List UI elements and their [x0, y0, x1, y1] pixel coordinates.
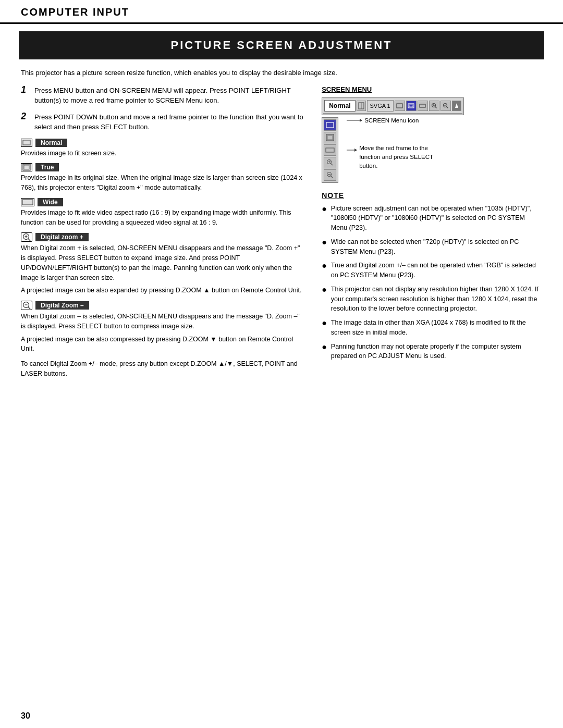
menu-icon-4 [429, 101, 439, 111]
true-name: True [35, 163, 59, 171]
function-normal: Normal Provides image to fit screen size… [21, 139, 306, 158]
normal-icon [21, 139, 32, 147]
svg-rect-28 [326, 148, 334, 152]
menu-icon-5 [440, 101, 451, 111]
bullet-5: ● [322, 318, 327, 328]
screen-menu-title: SCREEN MENU [322, 85, 542, 93]
screen-menu-bar: Normal SVGA 1 [323, 99, 462, 114]
menu-svga-cell: SVGA 1 [367, 100, 394, 112]
note-text-6: Panning function may not operate properl… [331, 342, 542, 362]
note-text-3: True and Digital zoom +/– can not be ope… [331, 261, 542, 280]
function-wide: Wide Provides image to fit wide video as… [21, 198, 306, 228]
true-icon [21, 163, 32, 171]
step-1: 1 Press MENU button and ON-SCREEN MENU w… [21, 85, 306, 106]
page: COMPUTER INPUT PICTURE SCREEN ADJUSTMENT… [0, 0, 563, 728]
function-normal-label: Normal [21, 139, 306, 147]
dzoom-plus-name: Digital zoom + [35, 233, 89, 241]
menu-svga-label: SVGA 1 [370, 103, 390, 109]
right-column: SCREEN MENU Normal [322, 85, 542, 366]
wide-icon [21, 198, 34, 206]
note-item-3: ● True and Digital zoom +/– can not be o… [322, 261, 542, 280]
menu-bar-container: Normal SVGA 1 [322, 97, 463, 115]
side-icon-panel [322, 117, 338, 183]
note-item-1: ● Picture screen adjustment can not be o… [322, 204, 542, 233]
screen-menu-icon-row: SCREEN Menu icon Move the red frame to t… [322, 115, 542, 183]
dzoom-plus-desc1: When Digital zoom + is selected, ON-SCRE… [21, 243, 306, 282]
svg-rect-27 [327, 135, 333, 140]
svg-rect-3 [22, 200, 33, 205]
step-2-text: Press POINT DOWN button and move a red f… [34, 112, 306, 132]
svg-rect-25 [326, 122, 334, 128]
normal-name: Normal [35, 139, 67, 147]
main-content: This projector has a picture screen resi… [0, 59, 563, 382]
wide-desc: Provides image to fit wide video aspect … [21, 208, 306, 228]
svg-line-18 [435, 107, 436, 108]
bullet-2: ● [322, 237, 327, 247]
cancel-text: To cancel Digital Zoom +/– mode, press a… [21, 359, 306, 379]
normal-desc: Provides image to fit screen size. [21, 149, 306, 158]
step-1-text: Press MENU button and ON-SCREEN MENU wil… [34, 85, 306, 106]
function-dzoom-plus-label: Digital zoom + [21, 232, 306, 242]
screen-menu-icon-text: SCREEN Menu icon [364, 116, 419, 125]
function-wide-label: Wide [21, 198, 306, 206]
dzoom-minus-name: Digital Zoom – [35, 301, 89, 310]
function-true-label: True [21, 163, 306, 171]
svg-rect-13 [397, 104, 402, 108]
note-title: NOTE [322, 191, 542, 200]
dzoom-plus-icon [21, 232, 32, 242]
svg-rect-0 [23, 140, 30, 145]
screen-menu-icon-area: SCREEN Menu icon Move the red frame to t… [322, 115, 542, 183]
menu-normal-cell: Normal [324, 100, 355, 112]
function-true: True Provides image in its original size… [21, 163, 306, 193]
step-2: 2 Press POINT DOWN button and move a red… [21, 112, 306, 132]
screen-menu-mockup: Normal SVGA 1 [322, 97, 542, 183]
svg-rect-15 [409, 105, 413, 107]
dzoom-plus-desc2: A projected image can be also expanded b… [21, 286, 306, 295]
note-text-4: This projector can not display any resol… [331, 285, 542, 314]
bullet-4: ● [322, 285, 327, 294]
bullet-3: ● [322, 261, 327, 270]
svg-line-32 [331, 163, 333, 165]
side-icon-wide [324, 144, 336, 156]
step-2-number: 2 [21, 111, 30, 122]
menu-sep-icon [357, 101, 366, 111]
menu-icon-1 [395, 101, 405, 111]
side-icon-normal [324, 119, 336, 131]
screen-menu-section: SCREEN MENU Normal [322, 85, 542, 183]
note-text-2: Wide can not be selected when "720p (HDT… [331, 237, 542, 257]
section-header: COMPUTER INPUT [0, 0, 563, 24]
left-column: 1 Press MENU button and ON-SCREEN MENU w… [21, 85, 306, 382]
svg-marker-39 [354, 149, 357, 152]
note-section: NOTE ● Picture screen adjustment can not… [322, 191, 542, 362]
note-item-2: ● Wide can not be selected when "720p (H… [322, 237, 542, 257]
side-icon-dzoom-minus [324, 169, 336, 181]
screen-menu-icon-label: SCREEN Menu icon [347, 116, 443, 125]
note-text-5: The image data in other than XGA (1024 x… [331, 318, 542, 338]
section-title: COMPUTER INPUT [21, 6, 129, 18]
side-icon-dzoom-plus [324, 157, 336, 168]
function-digital-zoom-plus: Digital zoom + When Digital zoom + is se… [21, 232, 306, 295]
svg-rect-16 [420, 104, 425, 107]
page-number: 30 [21, 711, 30, 721]
screen-menu-instruction-label: Move the red frame to the function and p… [347, 144, 443, 171]
screen-menu-instruction-text: Move the red frame to the function and p… [359, 144, 443, 171]
side-icon-true [324, 132, 336, 143]
step-1-number: 1 [21, 84, 30, 95]
svg-line-35 [331, 176, 333, 178]
wide-name: Wide [38, 198, 63, 206]
svg-rect-2 [24, 165, 29, 169]
dzoom-minus-icon [21, 301, 32, 310]
note-item-4: ● This projector can not display any res… [322, 285, 542, 314]
dzoom-minus-desc1: When Digital zoom – is selected, ON-SCRE… [21, 312, 306, 331]
bullet-6: ● [322, 342, 327, 352]
intro-text: This projector has a picture screen resi… [21, 68, 542, 78]
svg-line-7 [28, 239, 30, 241]
note-item-6: ● Panning function may not operate prope… [322, 342, 542, 362]
menu-icon-3 [418, 101, 428, 111]
menu-normal-label: Normal [329, 102, 350, 109]
two-column-layout: 1 Press MENU button and ON-SCREEN MENU w… [21, 85, 542, 382]
true-desc: Provides image in its original size. Whe… [21, 173, 306, 193]
svg-line-22 [446, 107, 448, 108]
note-text-1: Picture screen adjustment can not be ope… [331, 204, 542, 233]
note-item-5: ● The image data in other than XGA (1024… [322, 318, 542, 338]
